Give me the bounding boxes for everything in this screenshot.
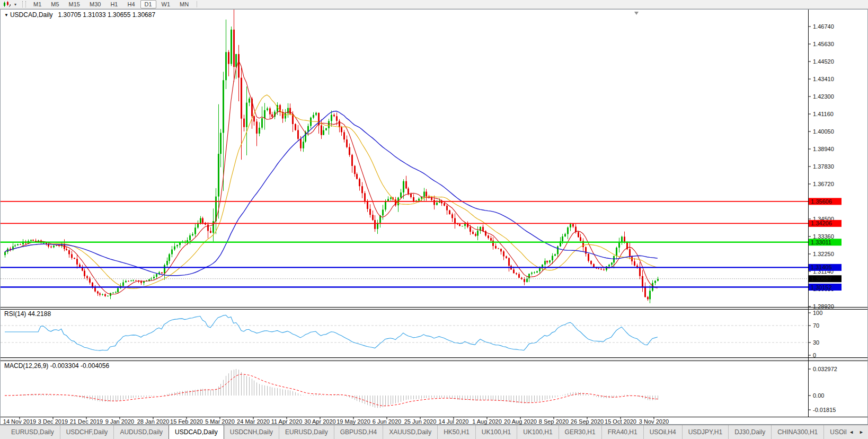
ma-line-45 [5,111,658,276]
tab-uk100-h1[interactable]: UK100,H1 [517,425,558,439]
tab-eurusd-daily[interactable]: EURUSD,Daily [279,425,334,439]
timeframe-buttons: M1M5M15M30H1H4D1W1MN [29,0,193,8]
date-axis[interactable]: 14 Nov 20193 Dec 201921 Dec 20199 Jan 20… [3,417,669,425]
price-axis-label: 1.46740 [813,23,834,30]
date-axis-label: 14 Nov 2019 [3,418,36,425]
macd-indicator-label: MACD(12,26,9) -0.003304 -0.004056 [4,362,109,370]
date-axis-label: 21 Dec 2019 [70,418,103,425]
tab-audusd-daily[interactable]: AUDUSD,Daily [113,425,169,439]
rsi-axis: 10070300 [808,310,822,358]
date-axis-label: 24 Mar 2020 [237,418,270,425]
price-axis-label: 1.42300 [813,93,834,100]
price-badge-value: 1.31405 [811,264,832,270]
tab-usoil-h4[interactable]: USOil,H4 [643,425,682,439]
macd-panel[interactable] [5,369,658,408]
timeframe-button-m5[interactable]: M5 [47,0,63,8]
price-axis-label: 1.38940 [813,146,834,152]
tab-usdcad-daily[interactable]: USDCAD,Daily [169,425,224,439]
rsi-axis-label: 30 [813,339,819,346]
tab-ger30-h1[interactable]: GER30,H1 [559,425,601,439]
tab-hk50-h1[interactable]: HK50,H1 [437,425,475,439]
timeframe-button-w1[interactable]: W1 [157,0,175,8]
chart-ohlc-values: 1.30705 1.31033 1.30655 1.30687 [58,11,156,19]
symbol-tabbar: EURUSD,DailyUSDCHF,DailyAUDUSD,DailyUSDC… [0,425,868,439]
candles-layer[interactable] [4,10,659,303]
price-badge: 1.34206 [809,220,842,227]
price-chart-canvas[interactable]: 1.467401.456301.445201.434101.423001.411… [1,10,867,425]
price-axis-label: 1.45630 [813,41,834,47]
date-axis-label: 30 Apr 2020 [304,418,335,425]
date-axis-label: 26 Sep 2020 [571,418,604,425]
price-badge-value: 1.30687 [811,276,832,282]
price-axis-label: 1.43410 [813,76,834,82]
date-axis-label: 3 Dec 2019 [38,418,68,425]
price-badge-value: 1.34206 [811,220,832,226]
macd-axis-label: 0.032972 [813,366,837,372]
price-badge: 1.30152 [809,284,842,291]
rsi-axis-label: 70 [813,322,819,329]
timeframe-button-m1[interactable]: M1 [29,0,46,8]
timeframe-button-m15[interactable]: M15 [65,0,84,8]
tab-usdchf-daily[interactable]: USDCHF,Daily [60,425,114,439]
macd-axis-label: -0.01815 [813,407,836,413]
date-axis-label: 14 Jul 2020 [439,418,469,425]
price-badge-value: 1.33011 [811,239,831,245]
price-axis-label: 1.37830 [813,163,834,170]
tab-scroll-arrows: ◄► [847,425,866,439]
timeframe-button-h1[interactable]: H1 [106,0,122,8]
date-axis-label: 11 Apr 2020 [271,418,303,425]
tab-fra40-h1[interactable]: FRA40,H1 [601,425,643,439]
price-axis-label: 1.32250 [813,251,834,257]
date-axis-label: 15 Feb 2020 [170,418,203,425]
chart-cursor-icon[interactable] [2,1,12,8]
chart-shift-marker [634,12,639,15]
date-axis-label: 5 Mar 2020 [205,418,235,425]
timeframe-button-mn[interactable]: MN [175,0,193,8]
timeframe-button-h4[interactable]: H4 [123,0,139,8]
macd-axis: 0.0329720.00-0.01815 [808,366,837,413]
tab-china300-h1[interactable]: CHINA300,H1 [771,425,823,439]
price-badge: 1.33011 [809,239,842,245]
tab-scroll-left-icon[interactable]: ◄ [849,429,854,435]
date-axis-label: 9 Jan 2020 [105,418,134,425]
date-axis-label: 8 Sep 2020 [539,418,569,425]
toolbar-separator [197,1,197,7]
chart-window: 1.467401.456301.445201.434101.423001.411… [0,9,868,425]
date-axis-label: 20 Aug 2020 [504,418,537,425]
date-axis-label: 1 Aug 2020 [472,418,502,425]
price-badge: 1.30687 [809,275,842,282]
tab-usdjpy-h1[interactable]: USDJPY,H1 [682,425,728,439]
price-axis-label: 1.36720 [813,181,834,187]
date-axis-label: 19 May 2020 [336,418,370,425]
timeframe-toolbar: ▾ M1M5M15M30H1H4D1W1MN [0,0,868,9]
price-badge: 1.31405 [809,264,842,271]
ma-line-7 [5,60,658,294]
price-badge: 1.35606 [809,198,842,205]
timeframe-button-m30[interactable]: M30 [85,0,105,8]
rsi-axis-label: 0 [813,352,816,358]
rsi-panel[interactable] [1,315,808,350]
tab-usdcnh-daily[interactable]: USDCNH,Daily [224,425,279,439]
chevron-down-icon[interactable]: ▼ [4,13,8,17]
panel-frames [1,10,867,417]
tab-dj30-daily[interactable]: DJ30,Daily [728,425,771,439]
macd-axis-label: 0.00 [813,392,824,399]
tab-eurusd-daily[interactable]: EURUSD,Daily [5,425,60,439]
toolbar-grip[interactable] [22,1,26,7]
tab-gbpusd-h4[interactable]: GBPUSD,H4 [334,425,383,439]
price-axis-label: 1.41160 [813,111,834,117]
chevron-down-icon[interactable]: ▾ [12,2,19,7]
tab-uk100-h1[interactable]: UK100,H1 [475,425,517,439]
price-axis-label: 1.44520 [813,58,834,65]
date-axis-label: 28 Jan 2020 [137,418,170,425]
tab-xauusd-daily[interactable]: XAUUSD,Daily [383,425,437,439]
date-axis-label: 6 Jun 2020 [373,418,401,425]
date-axis-label: 3 Nov 2020 [639,418,669,425]
chart-title: ▼USDCAD,Daily1.30705 1.31033 1.30655 1.3… [4,11,155,19]
price-badge-value: 1.35606 [811,198,832,205]
date-axis-label: 25 Jun 2020 [404,418,437,425]
price-axis-label: 1.40050 [813,128,834,135]
price-axis-label: 1.28920 [813,303,834,310]
timeframe-button-d1[interactable]: D1 [140,0,156,8]
tab-scroll-right-icon[interactable]: ► [859,429,864,435]
